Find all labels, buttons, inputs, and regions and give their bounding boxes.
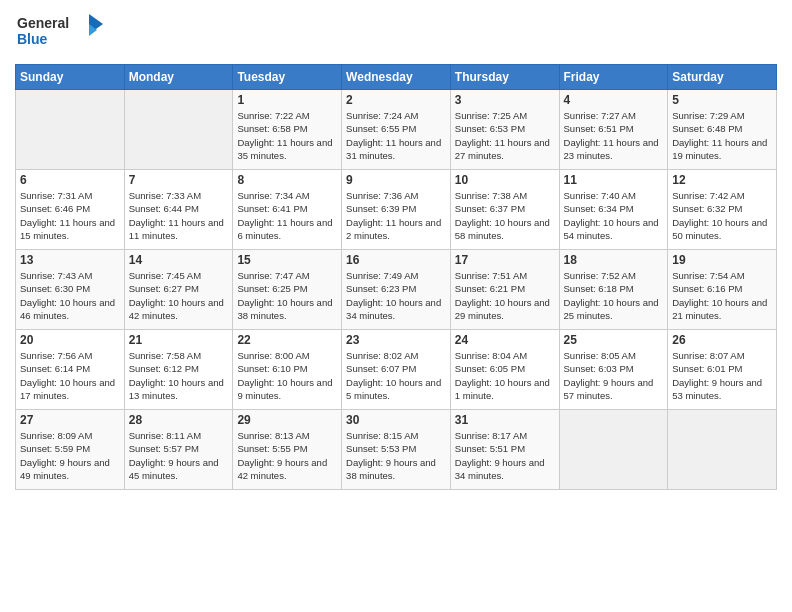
day-number: 25 — [564, 333, 664, 347]
day-info: Sunrise: 8:00 AMSunset: 6:10 PMDaylight:… — [237, 349, 337, 402]
day-number: 11 — [564, 173, 664, 187]
weekday-header-cell: Wednesday — [342, 65, 451, 90]
calendar-day-cell: 7Sunrise: 7:33 AMSunset: 6:44 PMDaylight… — [124, 170, 233, 250]
day-info: Sunrise: 8:09 AMSunset: 5:59 PMDaylight:… — [20, 429, 120, 482]
day-info: Sunrise: 7:49 AMSunset: 6:23 PMDaylight:… — [346, 269, 446, 322]
day-number: 27 — [20, 413, 120, 427]
weekday-header-cell: Friday — [559, 65, 668, 90]
calendar-week-row: 27Sunrise: 8:09 AMSunset: 5:59 PMDayligh… — [16, 410, 777, 490]
calendar-day-cell: 17Sunrise: 7:51 AMSunset: 6:21 PMDayligh… — [450, 250, 559, 330]
day-info: Sunrise: 7:22 AMSunset: 6:58 PMDaylight:… — [237, 109, 337, 162]
day-info: Sunrise: 7:58 AMSunset: 6:12 PMDaylight:… — [129, 349, 229, 402]
day-info: Sunrise: 7:38 AMSunset: 6:37 PMDaylight:… — [455, 189, 555, 242]
day-info: Sunrise: 8:05 AMSunset: 6:03 PMDaylight:… — [564, 349, 664, 402]
calendar-day-cell: 14Sunrise: 7:45 AMSunset: 6:27 PMDayligh… — [124, 250, 233, 330]
day-info: Sunrise: 7:47 AMSunset: 6:25 PMDaylight:… — [237, 269, 337, 322]
day-number: 20 — [20, 333, 120, 347]
calendar-day-cell: 16Sunrise: 7:49 AMSunset: 6:23 PMDayligh… — [342, 250, 451, 330]
day-info: Sunrise: 7:27 AMSunset: 6:51 PMDaylight:… — [564, 109, 664, 162]
day-number: 5 — [672, 93, 772, 107]
weekday-header-row: SundayMondayTuesdayWednesdayThursdayFrid… — [16, 65, 777, 90]
day-number: 26 — [672, 333, 772, 347]
logo-icon: General Blue — [15, 10, 105, 52]
day-info: Sunrise: 7:34 AMSunset: 6:41 PMDaylight:… — [237, 189, 337, 242]
svg-text:Blue: Blue — [17, 31, 48, 47]
day-info: Sunrise: 7:56 AMSunset: 6:14 PMDaylight:… — [20, 349, 120, 402]
calendar-week-row: 13Sunrise: 7:43 AMSunset: 6:30 PMDayligh… — [16, 250, 777, 330]
svg-text:General: General — [17, 15, 69, 31]
calendar-day-cell — [124, 90, 233, 170]
day-info: Sunrise: 7:36 AMSunset: 6:39 PMDaylight:… — [346, 189, 446, 242]
day-info: Sunrise: 8:07 AMSunset: 6:01 PMDaylight:… — [672, 349, 772, 402]
day-number: 19 — [672, 253, 772, 267]
day-info: Sunrise: 8:13 AMSunset: 5:55 PMDaylight:… — [237, 429, 337, 482]
day-number: 22 — [237, 333, 337, 347]
calendar-day-cell: 11Sunrise: 7:40 AMSunset: 6:34 PMDayligh… — [559, 170, 668, 250]
calendar-day-cell — [668, 410, 777, 490]
calendar-day-cell: 5Sunrise: 7:29 AMSunset: 6:48 PMDaylight… — [668, 90, 777, 170]
calendar-day-cell: 3Sunrise: 7:25 AMSunset: 6:53 PMDaylight… — [450, 90, 559, 170]
day-number: 14 — [129, 253, 229, 267]
day-number: 9 — [346, 173, 446, 187]
weekday-header-cell: Sunday — [16, 65, 125, 90]
day-number: 24 — [455, 333, 555, 347]
day-info: Sunrise: 7:42 AMSunset: 6:32 PMDaylight:… — [672, 189, 772, 242]
calendar-day-cell: 19Sunrise: 7:54 AMSunset: 6:16 PMDayligh… — [668, 250, 777, 330]
calendar-day-cell: 10Sunrise: 7:38 AMSunset: 6:37 PMDayligh… — [450, 170, 559, 250]
calendar-day-cell: 28Sunrise: 8:11 AMSunset: 5:57 PMDayligh… — [124, 410, 233, 490]
calendar-week-row: 1Sunrise: 7:22 AMSunset: 6:58 PMDaylight… — [16, 90, 777, 170]
calendar-day-cell: 24Sunrise: 8:04 AMSunset: 6:05 PMDayligh… — [450, 330, 559, 410]
day-number: 30 — [346, 413, 446, 427]
calendar-day-cell: 13Sunrise: 7:43 AMSunset: 6:30 PMDayligh… — [16, 250, 125, 330]
calendar-week-row: 6Sunrise: 7:31 AMSunset: 6:46 PMDaylight… — [16, 170, 777, 250]
day-number: 21 — [129, 333, 229, 347]
day-number: 7 — [129, 173, 229, 187]
calendar-day-cell: 30Sunrise: 8:15 AMSunset: 5:53 PMDayligh… — [342, 410, 451, 490]
calendar-day-cell: 23Sunrise: 8:02 AMSunset: 6:07 PMDayligh… — [342, 330, 451, 410]
calendar-day-cell: 25Sunrise: 8:05 AMSunset: 6:03 PMDayligh… — [559, 330, 668, 410]
day-number: 3 — [455, 93, 555, 107]
day-info: Sunrise: 7:29 AMSunset: 6:48 PMDaylight:… — [672, 109, 772, 162]
day-number: 23 — [346, 333, 446, 347]
calendar-day-cell: 18Sunrise: 7:52 AMSunset: 6:18 PMDayligh… — [559, 250, 668, 330]
weekday-header-cell: Saturday — [668, 65, 777, 90]
calendar-day-cell — [16, 90, 125, 170]
day-info: Sunrise: 7:33 AMSunset: 6:44 PMDaylight:… — [129, 189, 229, 242]
day-info: Sunrise: 7:40 AMSunset: 6:34 PMDaylight:… — [564, 189, 664, 242]
calendar-day-cell: 6Sunrise: 7:31 AMSunset: 6:46 PMDaylight… — [16, 170, 125, 250]
day-info: Sunrise: 8:17 AMSunset: 5:51 PMDaylight:… — [455, 429, 555, 482]
day-number: 16 — [346, 253, 446, 267]
day-number: 17 — [455, 253, 555, 267]
day-number: 15 — [237, 253, 337, 267]
day-number: 6 — [20, 173, 120, 187]
calendar-day-cell: 22Sunrise: 8:00 AMSunset: 6:10 PMDayligh… — [233, 330, 342, 410]
day-number: 18 — [564, 253, 664, 267]
day-info: Sunrise: 7:54 AMSunset: 6:16 PMDaylight:… — [672, 269, 772, 322]
weekday-header-cell: Monday — [124, 65, 233, 90]
day-info: Sunrise: 8:15 AMSunset: 5:53 PMDaylight:… — [346, 429, 446, 482]
day-number: 10 — [455, 173, 555, 187]
day-number: 4 — [564, 93, 664, 107]
weekday-header-cell: Thursday — [450, 65, 559, 90]
calendar-day-cell — [559, 410, 668, 490]
day-number: 1 — [237, 93, 337, 107]
calendar-day-cell: 20Sunrise: 7:56 AMSunset: 6:14 PMDayligh… — [16, 330, 125, 410]
calendar-day-cell: 8Sunrise: 7:34 AMSunset: 6:41 PMDaylight… — [233, 170, 342, 250]
calendar-day-cell: 31Sunrise: 8:17 AMSunset: 5:51 PMDayligh… — [450, 410, 559, 490]
calendar-day-cell: 12Sunrise: 7:42 AMSunset: 6:32 PMDayligh… — [668, 170, 777, 250]
calendar-day-cell: 29Sunrise: 8:13 AMSunset: 5:55 PMDayligh… — [233, 410, 342, 490]
day-info: Sunrise: 7:52 AMSunset: 6:18 PMDaylight:… — [564, 269, 664, 322]
calendar-day-cell: 15Sunrise: 7:47 AMSunset: 6:25 PMDayligh… — [233, 250, 342, 330]
calendar-day-cell: 1Sunrise: 7:22 AMSunset: 6:58 PMDaylight… — [233, 90, 342, 170]
calendar-table: SundayMondayTuesdayWednesdayThursdayFrid… — [15, 64, 777, 490]
day-number: 31 — [455, 413, 555, 427]
page-header: General Blue — [15, 10, 777, 56]
day-number: 28 — [129, 413, 229, 427]
day-info: Sunrise: 8:11 AMSunset: 5:57 PMDaylight:… — [129, 429, 229, 482]
calendar-day-cell: 21Sunrise: 7:58 AMSunset: 6:12 PMDayligh… — [124, 330, 233, 410]
day-number: 13 — [20, 253, 120, 267]
day-info: Sunrise: 7:51 AMSunset: 6:21 PMDaylight:… — [455, 269, 555, 322]
calendar-week-row: 20Sunrise: 7:56 AMSunset: 6:14 PMDayligh… — [16, 330, 777, 410]
calendar-body: 1Sunrise: 7:22 AMSunset: 6:58 PMDaylight… — [16, 90, 777, 490]
calendar-day-cell: 27Sunrise: 8:09 AMSunset: 5:59 PMDayligh… — [16, 410, 125, 490]
